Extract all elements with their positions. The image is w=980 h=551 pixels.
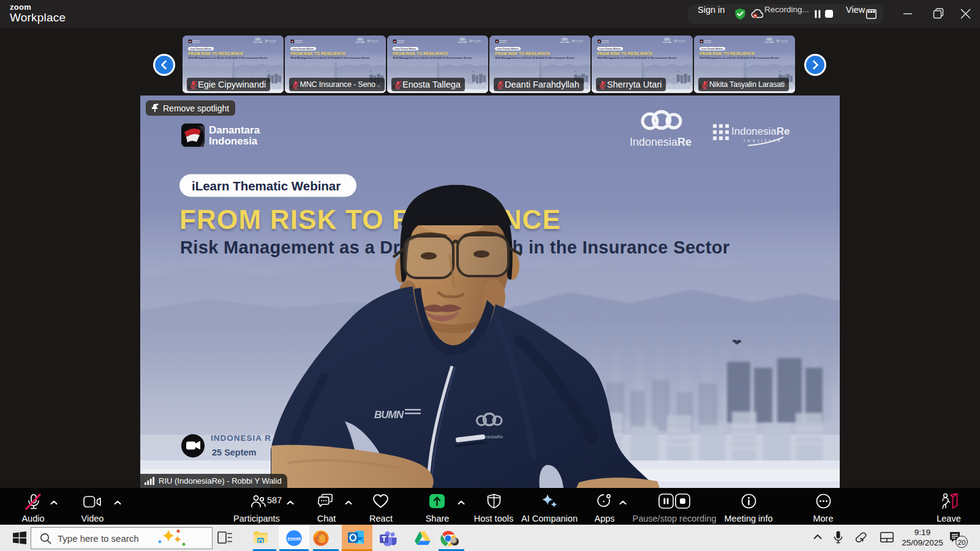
svg-text:zoom: zoom (287, 536, 301, 542)
svg-text:BUMN: BUMN (374, 409, 404, 421)
